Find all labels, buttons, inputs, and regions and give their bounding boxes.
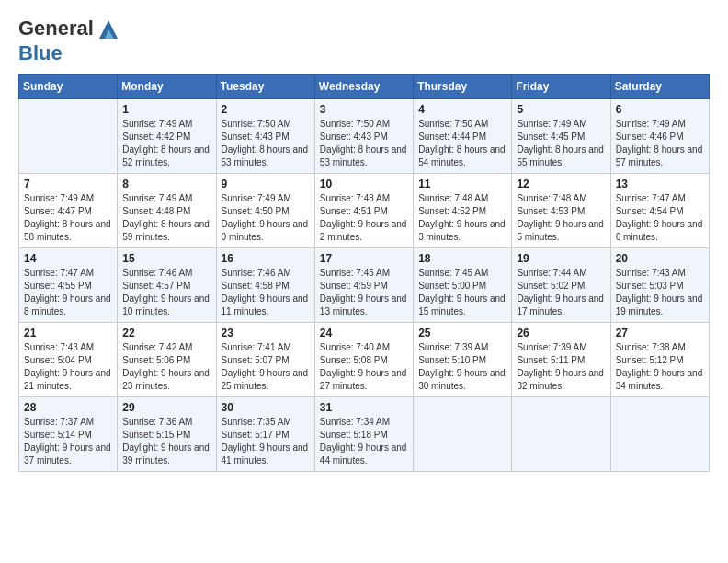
col-header-tuesday: Tuesday: [216, 75, 314, 99]
day-info: Sunrise: 7:48 AMSunset: 4:53 PMDaylight:…: [517, 192, 605, 244]
logo: General Blue: [18, 17, 121, 64]
calendar-cell: 7Sunrise: 7:49 AMSunset: 4:47 PMDaylight…: [19, 174, 118, 248]
day-number: 2: [222, 103, 310, 116]
day-number: 24: [320, 327, 408, 339]
calendar-cell: 1Sunrise: 7:49 AMSunset: 4:42 PMDaylight…: [118, 99, 216, 174]
day-number: 23: [222, 327, 310, 339]
day-number: 7: [24, 178, 112, 190]
day-number: 21: [24, 327, 112, 339]
day-number: 30: [222, 401, 310, 414]
day-info: Sunrise: 7:39 AMSunset: 5:10 PMDaylight:…: [418, 341, 506, 393]
day-info: Sunrise: 7:43 AMSunset: 5:04 PMDaylight:…: [24, 341, 112, 393]
week-row-3: 14Sunrise: 7:47 AMSunset: 4:55 PMDayligh…: [19, 248, 710, 323]
day-number: 17: [320, 252, 408, 265]
day-number: 18: [418, 252, 506, 265]
day-info: Sunrise: 7:45 AMSunset: 4:59 PMDaylight:…: [320, 267, 408, 318]
calendar-cell: [19, 99, 118, 174]
calendar-cell: 21Sunrise: 7:43 AMSunset: 5:04 PMDayligh…: [19, 323, 118, 397]
calendar-cell: 6Sunrise: 7:49 AMSunset: 4:46 PMDaylight…: [610, 99, 709, 174]
calendar-cell: 5Sunrise: 7:49 AMSunset: 4:45 PMDaylight…: [512, 99, 610, 174]
calendar-cell: 22Sunrise: 7:42 AMSunset: 5:06 PMDayligh…: [118, 323, 216, 397]
day-number: 9: [222, 178, 310, 190]
calendar-cell: [414, 397, 512, 472]
day-info: Sunrise: 7:48 AMSunset: 4:52 PMDaylight:…: [418, 192, 506, 244]
day-info: Sunrise: 7:45 AMSunset: 5:00 PMDaylight:…: [418, 267, 506, 318]
day-number: 3: [320, 103, 408, 116]
day-number: 27: [616, 327, 704, 339]
day-info: Sunrise: 7:47 AMSunset: 4:54 PMDaylight:…: [616, 192, 704, 244]
calendar-cell: 28Sunrise: 7:37 AMSunset: 5:14 PMDayligh…: [19, 397, 118, 472]
day-number: 31: [320, 401, 408, 414]
day-number: 22: [122, 327, 210, 339]
day-info: Sunrise: 7:40 AMSunset: 5:08 PMDaylight:…: [320, 341, 408, 393]
week-row-5: 28Sunrise: 7:37 AMSunset: 5:14 PMDayligh…: [19, 397, 710, 472]
day-info: Sunrise: 7:42 AMSunset: 5:06 PMDaylight:…: [122, 341, 210, 393]
day-info: Sunrise: 7:43 AMSunset: 5:03 PMDaylight:…: [616, 267, 704, 318]
col-header-thursday: Thursday: [414, 75, 512, 99]
day-number: 5: [517, 103, 605, 116]
calendar-cell: 18Sunrise: 7:45 AMSunset: 5:00 PMDayligh…: [414, 248, 512, 323]
calendar-cell: 27Sunrise: 7:38 AMSunset: 5:12 PMDayligh…: [610, 323, 709, 397]
col-header-saturday: Saturday: [610, 75, 709, 99]
day-info: Sunrise: 7:50 AMSunset: 4:43 PMDaylight:…: [222, 118, 310, 169]
calendar-cell: 14Sunrise: 7:47 AMSunset: 4:55 PMDayligh…: [19, 248, 118, 323]
day-number: 11: [418, 178, 506, 190]
logo-general: General: [18, 17, 94, 40]
calendar-cell: 11Sunrise: 7:48 AMSunset: 4:52 PMDayligh…: [414, 174, 512, 248]
calendar-cell: 9Sunrise: 7:49 AMSunset: 4:50 PMDaylight…: [216, 174, 314, 248]
header-row: SundayMondayTuesdayWednesdayThursdayFrid…: [19, 75, 710, 99]
day-number: 16: [222, 252, 310, 265]
calendar-cell: 29Sunrise: 7:36 AMSunset: 5:15 PMDayligh…: [118, 397, 216, 472]
day-number: 20: [616, 252, 704, 265]
week-row-2: 7Sunrise: 7:49 AMSunset: 4:47 PMDaylight…: [19, 174, 710, 248]
calendar-cell: [610, 397, 709, 472]
calendar-cell: 23Sunrise: 7:41 AMSunset: 5:07 PMDayligh…: [216, 323, 314, 397]
calendar-cell: 3Sunrise: 7:50 AMSunset: 4:43 PMDaylight…: [314, 99, 413, 174]
calendar-cell: 10Sunrise: 7:48 AMSunset: 4:51 PMDayligh…: [314, 174, 413, 248]
logo-icon: [96, 17, 121, 42]
day-number: 15: [122, 252, 210, 265]
header: General Blue: [18, 17, 710, 64]
calendar-cell: 4Sunrise: 7:50 AMSunset: 4:44 PMDaylight…: [414, 99, 512, 174]
day-number: 10: [320, 178, 408, 190]
day-number: 12: [517, 178, 605, 190]
day-number: 25: [418, 327, 506, 339]
day-info: Sunrise: 7:49 AMSunset: 4:50 PMDaylight:…: [222, 192, 310, 244]
col-header-monday: Monday: [118, 75, 216, 99]
day-info: Sunrise: 7:47 AMSunset: 4:55 PMDaylight:…: [24, 267, 112, 318]
day-info: Sunrise: 7:49 AMSunset: 4:42 PMDaylight:…: [122, 118, 210, 169]
calendar-cell: 26Sunrise: 7:39 AMSunset: 5:11 PMDayligh…: [512, 323, 610, 397]
calendar-cell: 8Sunrise: 7:49 AMSunset: 4:48 PMDaylight…: [118, 174, 216, 248]
day-info: Sunrise: 7:36 AMSunset: 5:15 PMDaylight:…: [122, 416, 210, 467]
page: General Blue SundayMondayTuesdayWednesda…: [0, 0, 728, 481]
day-number: 28: [24, 401, 112, 414]
day-number: 8: [122, 178, 210, 190]
day-number: 6: [616, 103, 704, 116]
calendar-cell: 30Sunrise: 7:35 AMSunset: 5:17 PMDayligh…: [216, 397, 314, 472]
week-row-4: 21Sunrise: 7:43 AMSunset: 5:04 PMDayligh…: [19, 323, 710, 397]
day-number: 14: [24, 252, 112, 265]
day-info: Sunrise: 7:38 AMSunset: 5:12 PMDaylight:…: [616, 341, 704, 393]
calendar-cell: 2Sunrise: 7:50 AMSunset: 4:43 PMDaylight…: [216, 99, 314, 174]
col-header-friday: Friday: [512, 75, 610, 99]
day-info: Sunrise: 7:50 AMSunset: 4:43 PMDaylight:…: [320, 118, 408, 169]
calendar-cell: 13Sunrise: 7:47 AMSunset: 4:54 PMDayligh…: [610, 174, 709, 248]
day-info: Sunrise: 7:39 AMSunset: 5:11 PMDaylight:…: [517, 341, 605, 393]
day-info: Sunrise: 7:49 AMSunset: 4:48 PMDaylight:…: [122, 192, 210, 244]
day-info: Sunrise: 7:34 AMSunset: 5:18 PMDaylight:…: [320, 416, 408, 467]
day-number: 4: [418, 103, 506, 116]
col-header-wednesday: Wednesday: [314, 75, 413, 99]
calendar-cell: 20Sunrise: 7:43 AMSunset: 5:03 PMDayligh…: [610, 248, 709, 323]
day-number: 26: [517, 327, 605, 339]
day-info: Sunrise: 7:46 AMSunset: 4:57 PMDaylight:…: [122, 267, 210, 318]
calendar-cell: 25Sunrise: 7:39 AMSunset: 5:10 PMDayligh…: [414, 323, 512, 397]
day-number: 29: [122, 401, 210, 414]
col-header-sunday: Sunday: [19, 75, 118, 99]
day-info: Sunrise: 7:44 AMSunset: 5:02 PMDaylight:…: [517, 267, 605, 318]
day-info: Sunrise: 7:37 AMSunset: 5:14 PMDaylight:…: [24, 416, 112, 467]
calendar-cell: 17Sunrise: 7:45 AMSunset: 4:59 PMDayligh…: [314, 248, 413, 323]
calendar-cell: [512, 397, 610, 472]
calendar-cell: 15Sunrise: 7:46 AMSunset: 4:57 PMDayligh…: [118, 248, 216, 323]
day-number: 13: [616, 178, 704, 190]
day-info: Sunrise: 7:41 AMSunset: 5:07 PMDaylight:…: [222, 341, 310, 393]
